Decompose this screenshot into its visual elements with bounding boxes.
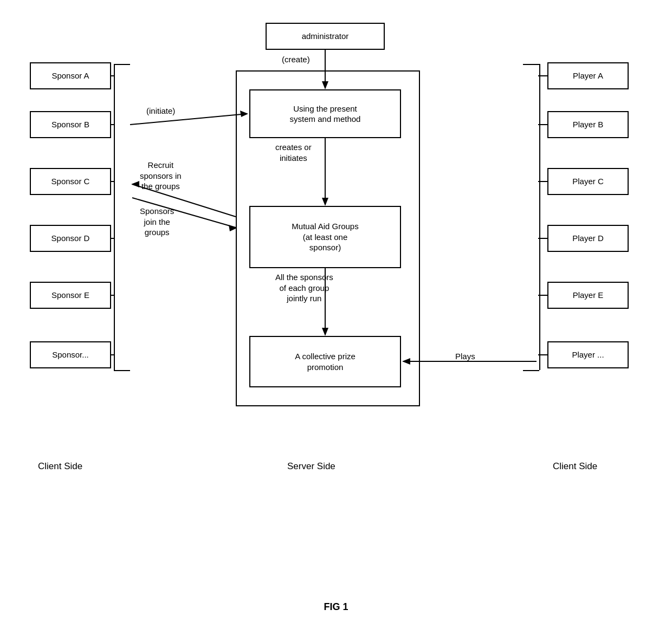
prize-box: A collective prize promotion — [249, 336, 401, 387]
player-b-box: Player B — [547, 111, 629, 138]
figure-caption: FIG 1 — [324, 601, 348, 613]
right-bracket-bottom — [523, 370, 539, 371]
initiate-label: (initiate) — [146, 106, 175, 116]
sponsor-c-box: Sponsor C — [30, 168, 111, 195]
recruit-sponsors-label: Recruit sponsors in the groups — [140, 160, 182, 192]
client-side-left-label: Client Side — [38, 461, 82, 472]
left-bracket-bottom — [114, 370, 130, 371]
creates-or-initiates-label: creates or initiates — [275, 142, 312, 163]
left-bracket-line — [114, 64, 115, 370]
player-e-box: Player E — [547, 282, 629, 309]
client-side-right-label: Client Side — [553, 461, 597, 472]
right-bracket-line — [539, 64, 540, 370]
system-box: Using the present system and method — [249, 89, 401, 138]
left-bracket-top — [114, 64, 130, 65]
sponsor-a-box: Sponsor A — [30, 62, 111, 89]
admin-box: administrator — [266, 23, 385, 50]
mutual-aid-box: Mutual Aid Groups (at least one sponsor) — [249, 206, 401, 268]
player-etc-box: Player ... — [547, 341, 629, 368]
sponsor-e-box: Sponsor E — [30, 282, 111, 309]
diagram: Sponsor A Sponsor B Sponsor C Sponsor D … — [0, 0, 672, 629]
player-c-box: Player C — [547, 168, 629, 195]
all-sponsors-label: All the sponsors of each group jointly r… — [275, 272, 333, 304]
server-side-label: Server Side — [287, 461, 335, 472]
plays-label: Plays — [455, 351, 475, 362]
player-a-box: Player A — [547, 62, 629, 89]
sponsors-join-label: Sponsors join the groups — [140, 206, 174, 238]
create-label: (create) — [282, 54, 310, 65]
sponsor-etc-box: Sponsor... — [30, 341, 111, 368]
sponsor-d-box: Sponsor D — [30, 225, 111, 252]
svg-marker-21 — [131, 181, 139, 187]
sponsor-b-box: Sponsor B — [30, 111, 111, 138]
player-d-box: Player D — [547, 225, 629, 252]
right-bracket-top — [523, 64, 539, 65]
